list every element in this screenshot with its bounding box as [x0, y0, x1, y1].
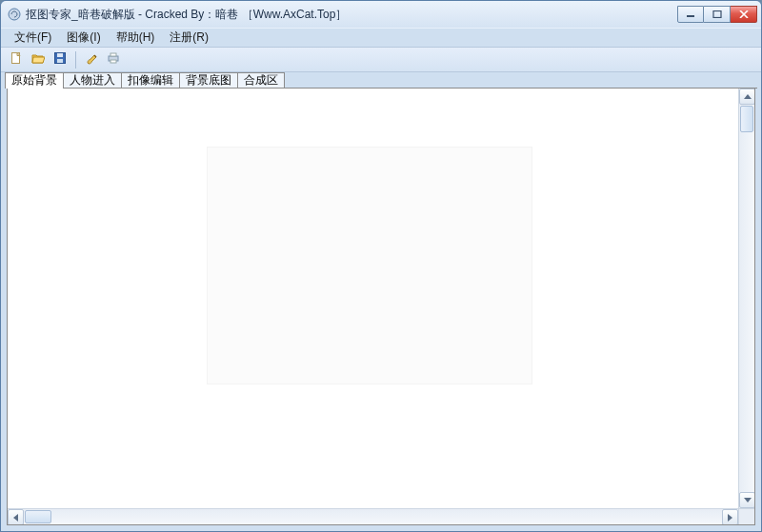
toolbar-separator: [75, 51, 76, 69]
window-title: 抠图专家_暗巷破解版 - Cracked By：暗巷 ［Www.AxCat.To…: [26, 7, 347, 23]
canvas-viewport[interactable]: [8, 89, 738, 508]
tool-print[interactable]: [104, 50, 123, 69]
image-placeholder: [208, 148, 531, 384]
svg-rect-2: [713, 11, 721, 18]
app-icon: [7, 7, 22, 22]
open-folder-icon: [31, 51, 45, 68]
save-disk-icon: [53, 51, 67, 68]
scroll-left-button[interactable]: [8, 509, 24, 525]
menu-help[interactable]: 帮助(H): [109, 28, 163, 48]
canvas-frame: [7, 88, 755, 525]
scroll-right-button[interactable]: [722, 509, 738, 525]
tab-compose[interactable]: 合成区: [237, 72, 285, 88]
tool-brush[interactable]: [82, 50, 101, 69]
close-button[interactable]: [731, 6, 757, 23]
vertical-scroll-thumb[interactable]: [740, 106, 753, 132]
svg-point-0: [9, 9, 20, 20]
tool-save[interactable]: [50, 50, 70, 69]
scroll-down-button[interactable]: [739, 492, 755, 508]
scroll-up-button[interactable]: [739, 89, 755, 105]
svg-rect-9: [110, 60, 116, 63]
svg-rect-8: [110, 53, 116, 56]
svg-rect-6: [57, 59, 63, 63]
svg-rect-1: [687, 15, 694, 17]
vertical-scrollbar[interactable]: [738, 89, 754, 508]
minimize-button[interactable]: [677, 6, 704, 23]
new-file-icon: [10, 51, 23, 68]
maximize-button[interactable]: [704, 6, 731, 23]
tab-original-bg[interactable]: 原始背景: [5, 72, 64, 89]
titlebar[interactable]: 抠图专家_暗巷破解版 - Cracked By：暗巷 ［Www.AxCat.To…: [1, 1, 761, 28]
toolbar: [1, 48, 761, 72]
tool-new[interactable]: [7, 50, 26, 69]
menu-image[interactable]: 图像(I): [59, 28, 108, 48]
window-controls: [677, 6, 757, 23]
app-window: 抠图专家_暗巷破解版 - Cracked By：暗巷 ［Www.AxCat.To…: [0, 0, 762, 532]
scroll-corner: [738, 508, 754, 524]
tab-cutout-edit[interactable]: 扣像编辑: [121, 72, 180, 88]
tab-person-import[interactable]: 人物进入: [63, 72, 122, 88]
client-area: [1, 88, 761, 531]
chevron-right-icon: [728, 514, 732, 522]
tab-bg-base[interactable]: 背景底图: [179, 72, 238, 88]
brush-icon: [85, 51, 98, 68]
chevron-left-icon: [13, 514, 18, 522]
chevron-down-icon: [744, 498, 752, 502]
horizontal-scrollbar[interactable]: [8, 508, 738, 524]
menu-file[interactable]: 文件(F): [7, 28, 59, 48]
tool-open[interactable]: [29, 50, 48, 69]
menubar: 文件(F) 图像(I) 帮助(H) 注册(R): [1, 28, 761, 48]
print-icon: [107, 51, 120, 68]
svg-rect-5: [57, 53, 63, 57]
horizontal-scroll-thumb[interactable]: [25, 510, 51, 523]
chevron-up-icon: [744, 94, 752, 99]
menu-register[interactable]: 注册(R): [162, 28, 216, 48]
tab-strip: 原始背景 人物进入 扣像编辑 背景底图 合成区: [1, 72, 761, 88]
